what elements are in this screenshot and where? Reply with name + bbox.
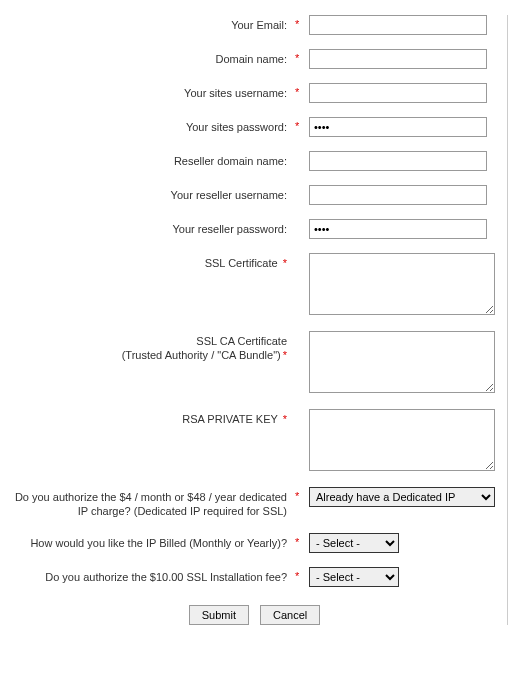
required-marker: *	[283, 413, 287, 425]
input-site-user[interactable]	[309, 83, 487, 103]
required-marker: *	[295, 487, 309, 502]
required-marker: *	[283, 257, 287, 269]
required-marker: *	[295, 83, 309, 98]
input-domain[interactable]	[309, 49, 487, 69]
row-site-user: Your sites username: *	[10, 83, 499, 103]
row-ssl-install: Do you authorize the $10.00 SSL Installa…	[10, 567, 499, 587]
select-ssl-install[interactable]: - Select -	[309, 567, 399, 587]
label-ssl-ca: SSL CA Certificate(Trusted Authority / "…	[10, 331, 295, 363]
row-ssl-cert: SSL Certificate *	[10, 253, 499, 317]
label-reseller-domain: Reseller domain name:	[10, 151, 295, 168]
cancel-button[interactable]: Cancel	[260, 605, 320, 625]
input-reseller-domain[interactable]	[309, 151, 487, 171]
label-rsa-key: RSA PRIVATE KEY *	[10, 409, 295, 426]
row-ip-billing: How would you like the IP Billed (Monthl…	[10, 533, 499, 553]
row-domain: Domain name: *	[10, 49, 499, 69]
required-marker: *	[283, 349, 287, 361]
button-row: Submit Cancel	[10, 605, 499, 625]
row-email: Your Email: *	[10, 15, 499, 35]
input-reseller-user[interactable]	[309, 185, 487, 205]
required-marker: *	[295, 49, 309, 64]
label-ip-auth: Do you authorize the $4 / month or $48 /…	[10, 487, 295, 519]
textarea-ssl-ca[interactable]	[309, 331, 495, 393]
required-marker: *	[295, 117, 309, 132]
label-site-pass: Your sites password:	[10, 117, 295, 134]
input-reseller-pass[interactable]	[309, 219, 487, 239]
row-rsa-key: RSA PRIVATE KEY *	[10, 409, 499, 473]
label-ip-billing: How would you like the IP Billed (Monthl…	[10, 533, 295, 550]
required-marker: *	[295, 567, 309, 582]
input-site-pass[interactable]	[309, 117, 487, 137]
required-marker: *	[295, 15, 309, 30]
row-site-pass: Your sites password: *	[10, 117, 499, 137]
select-ip-auth[interactable]: Already have a Dedicated IP	[309, 487, 495, 507]
label-email: Your Email:	[10, 15, 295, 32]
ssl-form: Your Email: * Domain name: * Your sites …	[10, 15, 508, 625]
label-ssl-install: Do you authorize the $10.00 SSL Installa…	[10, 567, 295, 584]
label-domain: Domain name:	[10, 49, 295, 66]
select-ip-billing[interactable]: - Select -	[309, 533, 399, 553]
textarea-rsa-key[interactable]	[309, 409, 495, 471]
row-ssl-ca: SSL CA Certificate(Trusted Authority / "…	[10, 331, 499, 395]
label-ssl-cert: SSL Certificate *	[10, 253, 295, 270]
submit-button[interactable]: Submit	[189, 605, 249, 625]
row-ip-auth: Do you authorize the $4 / month or $48 /…	[10, 487, 499, 519]
textarea-ssl-cert[interactable]	[309, 253, 495, 315]
row-reseller-user: Your reseller username:	[10, 185, 499, 205]
required-marker: *	[295, 533, 309, 548]
row-reseller-domain: Reseller domain name:	[10, 151, 499, 171]
row-reseller-pass: Your reseller password:	[10, 219, 499, 239]
label-site-user: Your sites username:	[10, 83, 295, 100]
label-reseller-pass: Your reseller password:	[10, 219, 295, 236]
input-email[interactable]	[309, 15, 487, 35]
label-reseller-user: Your reseller username:	[10, 185, 295, 202]
